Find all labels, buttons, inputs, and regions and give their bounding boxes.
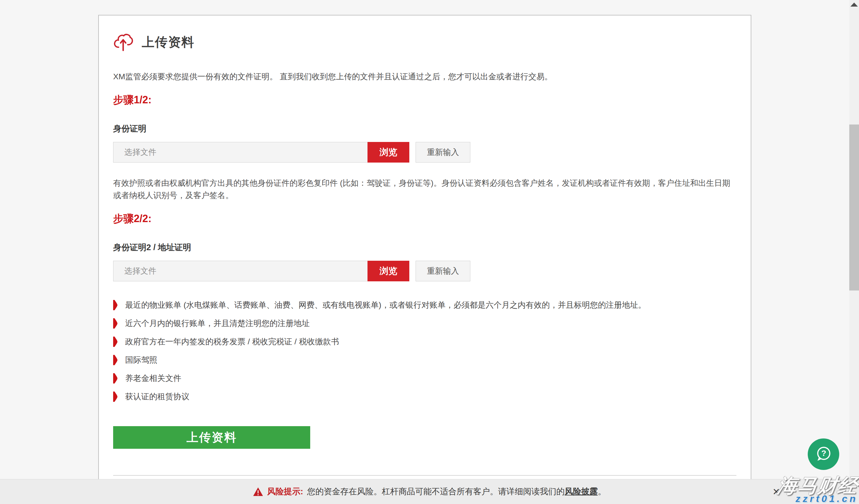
red-pennant-bullet-icon xyxy=(113,392,118,402)
cloud-upload-icon xyxy=(113,32,133,52)
upload-submit-button[interactable]: 上传资料 xyxy=(113,426,310,449)
identity-proof-file-input[interactable] xyxy=(114,142,367,162)
browse-button-1[interactable]: 浏览 xyxy=(367,142,409,162)
file-input-wrap-2 xyxy=(113,261,367,281)
list-item: 获认证的租赁协议 xyxy=(113,391,736,402)
question-bubble-icon: ? xyxy=(815,446,832,463)
page-header: 上传资料 xyxy=(113,31,736,53)
risk-warning-label: 风险提示: xyxy=(267,486,303,498)
red-pennant-bullet-icon xyxy=(113,355,118,365)
step2-heading: 步骤2/2: xyxy=(113,212,736,226)
list-item-text: 最近的物业账单 (水电煤账单、话费账单、油费、网费、或有线电视账单)，或者银行对… xyxy=(125,300,646,311)
address-proof-label: 身份证明2 / 地址证明 xyxy=(113,242,736,253)
page-title: 上传资料 xyxy=(142,34,195,51)
red-pennant-bullet-icon xyxy=(113,318,118,329)
scrollbar[interactable] xyxy=(849,0,859,504)
identity-proof-description: 有效护照或者由权威机构官方出具的其他身份证件的彩色复印件 (比如：驾驶证，身份证… xyxy=(113,177,736,202)
divider xyxy=(113,475,736,476)
list-item: 国际驾照 xyxy=(113,355,736,365)
svg-text:?: ? xyxy=(821,449,826,458)
address-proof-file-input[interactable] xyxy=(114,261,367,281)
risk-warning-content: 风险提示: 您的资金存在风险。杠杆商品可能不适合所有客户。请详细阅读我们的风险披… xyxy=(253,486,606,498)
scroll-up-arrow-icon[interactable] xyxy=(850,3,858,6)
list-item: 最近的物业账单 (水电煤账单、话费账单、油费、网费、或有线电视账单)，或者银行对… xyxy=(113,300,736,311)
reset-button-2[interactable]: 重新输入 xyxy=(416,261,470,281)
list-item-text: 国际驾照 xyxy=(125,355,157,365)
list-item-text: 养老金相关文件 xyxy=(125,373,181,384)
risk-warning-text: 您的资金存在风险。杠杆商品可能不适合所有客户。请详细阅读我们的风险披露。 xyxy=(307,486,606,498)
list-item-text: 政府官方在一年内签发的税务发票 / 税收完税证 / 税收缴款书 xyxy=(125,336,339,347)
list-item-text: 近六个月内的银行账单，并且清楚注明您的注册地址 xyxy=(125,318,310,329)
step1-heading: 步骤1/2: xyxy=(113,93,736,107)
reset-button-1[interactable]: 重新输入 xyxy=(416,142,470,162)
red-pennant-bullet-icon xyxy=(113,373,118,383)
intro-text: XM监管必须要求您提供一份有效的文件证明。 直到我们收到您上传的文件并且认证通过… xyxy=(113,71,736,83)
red-pennant-bullet-icon xyxy=(113,300,118,310)
list-item-text: 获认证的租赁协议 xyxy=(125,391,189,402)
list-item: 政府官方在一年内签发的税务发票 / 税收完税证 / 税收缴款书 xyxy=(113,336,736,347)
list-item: 养老金相关文件 xyxy=(113,373,736,384)
red-pennant-bullet-icon xyxy=(113,336,118,347)
risk-warning-bar: 风险提示: 您的资金存在风险。杠杆商品可能不适合所有客户。请详细阅读我们的风险披… xyxy=(0,479,859,504)
upload-documents-card: 上传资料 XM监管必须要求您提供一份有效的文件证明。 直到我们收到您上传的文件并… xyxy=(98,15,751,479)
risk-disclosure-link[interactable]: 风险披露 xyxy=(564,487,598,496)
identity-proof-file-row: 浏览 重新输入 xyxy=(113,142,736,162)
accepted-documents-list: 最近的物业账单 (水电煤账单、话费账单、油费、网费、或有线电视账单)，或者银行对… xyxy=(113,300,736,402)
help-chat-button[interactable]: ? xyxy=(808,439,839,470)
address-proof-file-row: 浏览 重新输入 xyxy=(113,261,736,281)
identity-proof-label: 身份证明 xyxy=(113,123,736,135)
browse-button-2[interactable]: 浏览 xyxy=(367,261,409,281)
warning-triangle-icon xyxy=(253,487,263,496)
scrollbar-thumb[interactable] xyxy=(849,125,859,290)
list-item: 近六个月内的银行账单，并且清楚注明您的注册地址 xyxy=(113,318,736,329)
file-input-wrap-1 xyxy=(113,142,367,162)
close-icon[interactable]: × xyxy=(773,486,780,498)
